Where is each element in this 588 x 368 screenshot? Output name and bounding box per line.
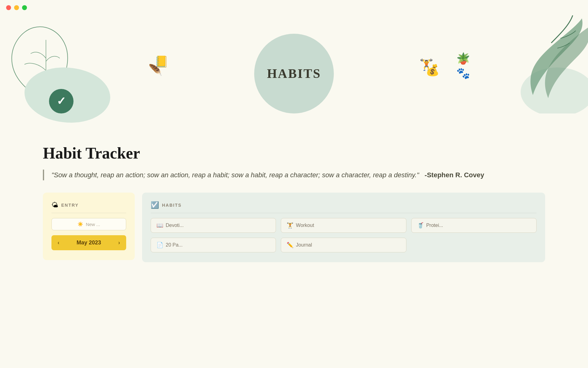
habit-label: Workout	[296, 223, 314, 228]
quote-block: "Sow a thought, reap an action; sow an a…	[43, 170, 545, 180]
quote-text: "Sow a thought, reap an action; sow an a…	[51, 170, 545, 180]
minimize-button[interactable]	[14, 5, 19, 10]
hero-banner: 🏋️ 🪴 📒 🐾 💰 🪶 HABITS	[0, 15, 588, 132]
maximize-button[interactable]	[22, 5, 27, 10]
next-month-button[interactable]: ›	[118, 240, 120, 246]
habits-panel-header: ☑️ HABITS	[151, 201, 537, 213]
logo-text: HABITS	[267, 66, 321, 81]
habit-button[interactable]: 🥤Protei...	[411, 218, 537, 233]
prev-month-button[interactable]: ‹	[58, 240, 59, 246]
habits-panel-icon: ☑️	[151, 201, 159, 209]
month-navigator[interactable]: ‹ May 2023 ›	[51, 235, 126, 250]
window-chrome	[0, 0, 588, 15]
main-content: 🏋️ 🪴 📒 🐾 💰 🪶 HABITS	[0, 15, 588, 368]
habits-panel: ☑️ HABITS 📖Devoti...🏋️Workout🥤Protei...📄…	[142, 193, 545, 262]
habit-icon: ✏️	[287, 242, 293, 248]
entry-panel-title: ENTRY	[61, 203, 79, 208]
habit-button[interactable]: 🏋️Workout	[281, 218, 406, 233]
habit-label: Devoti...	[166, 223, 184, 228]
new-entry-button[interactable]: ☀️ New ...	[51, 218, 126, 230]
entry-panel-header: 🌤 ENTRY	[51, 201, 126, 213]
quote-author: -Stephen R. Covey	[425, 171, 484, 179]
habit-icon: 🏋️	[287, 222, 293, 229]
check-icon-circle	[49, 89, 74, 113]
new-entry-label: New ...	[86, 222, 100, 227]
leaf-decoration-right	[496, 15, 588, 113]
feather-icon: 🪶	[149, 64, 162, 77]
logo-circle: HABITS	[254, 34, 334, 113]
habit-button[interactable]: ✏️Journal	[281, 238, 406, 252]
page-title: Habit Tracker	[43, 144, 545, 162]
money-bag-icon: 💰	[426, 64, 439, 77]
panels-container: 🌤 ENTRY ☀️ New ... ‹ May 2023 › ☑️ HABIT…	[43, 193, 545, 262]
habit-label: Protei...	[426, 223, 443, 228]
page-content: Habit Tracker "Sow a thought, reap an ac…	[0, 132, 588, 274]
sun-icon: ☀️	[77, 221, 83, 227]
current-month-label: May 2023	[77, 240, 101, 246]
habits-panel-title: HABITS	[162, 203, 182, 208]
habit-label: 20 Pa...	[166, 242, 183, 248]
habit-icon: 📖	[156, 222, 163, 229]
entry-panel-icon: 🌤	[51, 201, 58, 209]
habit-button[interactable]: 📄20 Pa...	[151, 238, 276, 252]
close-button[interactable]	[6, 5, 11, 10]
habit-icon: 🥤	[417, 222, 424, 229]
watering-can-icon: 🪴	[456, 52, 470, 65]
habits-grid: 📖Devoti...🏋️Workout🥤Protei...📄20 Pa...✏️…	[151, 218, 537, 252]
entry-panel: 🌤 ENTRY ☀️ New ... ‹ May 2023 ›	[43, 193, 135, 260]
habit-label: Journal	[296, 242, 312, 248]
paw-icon: 🐾	[456, 67, 470, 80]
habit-icon: 📄	[156, 242, 163, 248]
habit-button[interactable]: 📖Devoti...	[151, 218, 276, 233]
